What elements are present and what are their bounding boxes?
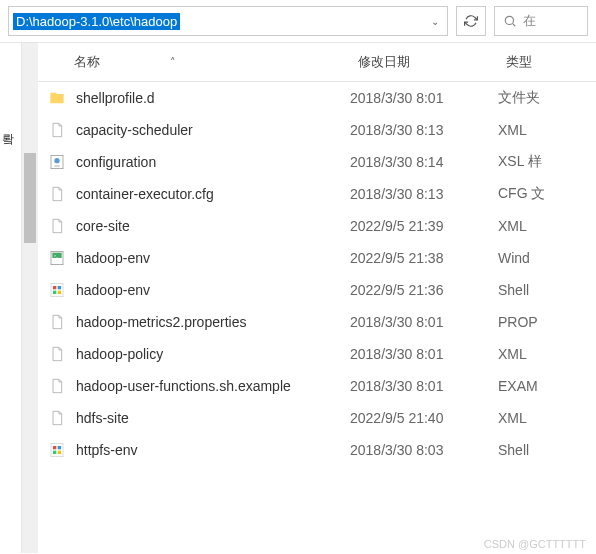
column-type[interactable]: 类型 xyxy=(506,53,588,71)
sort-asc-icon: ˄ xyxy=(170,56,176,69)
file-name: httpfs-env xyxy=(76,442,137,458)
file-icon xyxy=(46,217,68,235)
file-name: container-executor.cfg xyxy=(76,186,214,202)
file-date: 2022/9/5 21:39 xyxy=(350,218,498,234)
file-date: 2018/3/30 8:03 xyxy=(350,442,498,458)
file-date: 2018/3/30 8:01 xyxy=(350,90,498,106)
address-bar[interactable]: D:\hadoop-3.1.0\etc\hadoop ⌄ xyxy=(8,6,448,36)
file-area: 名称 ˄ 修改日期 类型 shellprofile.d2018/3/30 8:0… xyxy=(38,43,596,553)
svg-rect-8 xyxy=(53,286,56,289)
file-name: hadoop-env xyxy=(76,282,150,298)
file-date: 2018/3/30 8:01 xyxy=(350,346,498,362)
file-name: capacity-scheduler xyxy=(76,122,193,138)
file-name: hadoop-policy xyxy=(76,346,163,362)
file-date: 2022/9/5 21:40 xyxy=(350,410,498,426)
file-row[interactable]: httpfs-env2018/3/30 8:03Shell xyxy=(38,434,596,466)
file-name-cell: shellprofile.d xyxy=(46,89,350,107)
file-type: XML xyxy=(498,218,588,234)
file-date: 2018/3/30 8:14 xyxy=(350,154,498,170)
cmd-icon: >_ xyxy=(46,249,68,267)
file-date: 2018/3/30 8:13 xyxy=(350,122,498,138)
nav-edge: 뢐 xyxy=(0,43,22,553)
file-icon xyxy=(46,409,68,427)
file-row[interactable]: configuration2018/3/30 8:14XSL 样 xyxy=(38,146,596,178)
svg-rect-10 xyxy=(53,291,56,294)
scrollbar-thumb[interactable] xyxy=(24,153,36,243)
toolbar: D:\hadoop-3.1.0\etc\hadoop ⌄ 在 xyxy=(0,0,596,43)
file-date: 2022/9/5 21:36 xyxy=(350,282,498,298)
file-row[interactable]: core-site2022/9/5 21:39XML xyxy=(38,210,596,242)
file-type: XML xyxy=(498,346,588,362)
file-date: 2022/9/5 21:38 xyxy=(350,250,498,266)
refresh-button[interactable] xyxy=(456,6,486,36)
svg-rect-7 xyxy=(51,283,63,296)
file-name-cell: hdfs-site xyxy=(46,409,350,427)
file-name: shellprofile.d xyxy=(76,90,155,106)
file-name-cell: hadoop-user-functions.sh.example xyxy=(46,377,350,395)
file-row[interactable]: capacity-scheduler2018/3/30 8:13XML xyxy=(38,114,596,146)
file-type: Wind xyxy=(498,250,588,266)
sh-icon xyxy=(46,281,68,299)
column-headers: 名称 ˄ 修改日期 类型 xyxy=(38,43,596,82)
file-name-cell: hadoop-policy xyxy=(46,345,350,363)
file-name-cell: container-executor.cfg xyxy=(46,185,350,203)
file-name: core-site xyxy=(76,218,130,234)
search-icon xyxy=(503,14,517,28)
file-row[interactable]: hadoop-user-functions.sh.example2018/3/3… xyxy=(38,370,596,402)
file-icon xyxy=(46,121,68,139)
file-row[interactable]: hadoop-metrics2.properties2018/3/30 8:01… xyxy=(38,306,596,338)
file-name-cell: >_hadoop-env xyxy=(46,249,350,267)
file-name: configuration xyxy=(76,154,156,170)
file-row[interactable]: shellprofile.d2018/3/30 8:01文件夹 xyxy=(38,82,596,114)
chevron-down-icon[interactable]: ⌄ xyxy=(427,16,443,27)
file-date: 2018/3/30 8:01 xyxy=(350,314,498,330)
file-icon xyxy=(46,345,68,363)
svg-rect-9 xyxy=(58,286,61,289)
file-type: EXAM xyxy=(498,378,588,394)
search-placeholder: 在 xyxy=(523,12,536,30)
file-type: CFG 文 xyxy=(498,185,588,203)
xsl-icon xyxy=(46,153,68,171)
file-name-cell: hadoop-metrics2.properties xyxy=(46,313,350,331)
file-type: XSL 样 xyxy=(498,153,588,171)
file-type: Shell xyxy=(498,442,588,458)
content-area: 뢐 名称 ˄ 修改日期 类型 shellprofile.d2018/3/30 8… xyxy=(0,43,596,553)
file-row[interactable]: container-executor.cfg2018/3/30 8:13CFG … xyxy=(38,178,596,210)
file-icon xyxy=(46,377,68,395)
file-type: 文件夹 xyxy=(498,89,588,107)
file-list: shellprofile.d2018/3/30 8:01文件夹capacity-… xyxy=(38,82,596,466)
file-type: Shell xyxy=(498,282,588,298)
svg-rect-12 xyxy=(51,443,63,456)
file-name-cell: httpfs-env xyxy=(46,441,350,459)
file-date: 2018/3/30 8:01 xyxy=(350,378,498,394)
file-icon xyxy=(46,185,68,203)
file-type: XML xyxy=(498,122,588,138)
file-row[interactable]: >_hadoop-env2022/9/5 21:38Wind xyxy=(38,242,596,274)
search-box[interactable]: 在 xyxy=(494,6,588,36)
column-date[interactable]: 修改日期 xyxy=(358,53,506,71)
file-name-cell: configuration xyxy=(46,153,350,171)
file-date: 2018/3/30 8:13 xyxy=(350,186,498,202)
file-row[interactable]: hadoop-policy2018/3/30 8:01XML xyxy=(38,338,596,370)
file-icon xyxy=(46,313,68,331)
file-type: PROP xyxy=(498,314,588,330)
file-name-cell: core-site xyxy=(46,217,350,235)
file-name: hadoop-metrics2.properties xyxy=(76,314,246,330)
file-name: hadoop-env xyxy=(76,250,150,266)
refresh-icon xyxy=(464,14,478,28)
svg-rect-11 xyxy=(58,291,61,294)
file-name: hdfs-site xyxy=(76,410,129,426)
column-name[interactable]: 名称 ˄ xyxy=(46,53,358,71)
file-row[interactable]: hadoop-env2022/9/5 21:36Shell xyxy=(38,274,596,306)
svg-rect-15 xyxy=(53,451,56,454)
file-row[interactable]: hdfs-site2022/9/5 21:40XML xyxy=(38,402,596,434)
address-path: D:\hadoop-3.1.0\etc\hadoop xyxy=(13,13,180,30)
column-name-label: 名称 xyxy=(74,53,100,71)
file-name: hadoop-user-functions.sh.example xyxy=(76,378,291,394)
file-name-cell: hadoop-env xyxy=(46,281,350,299)
watermark: CSDN @GCTTTTTT xyxy=(484,538,586,550)
svg-rect-14 xyxy=(58,446,61,449)
nav-scrollbar[interactable] xyxy=(22,43,38,553)
file-name-cell: capacity-scheduler xyxy=(46,121,350,139)
svg-point-3 xyxy=(54,158,59,163)
